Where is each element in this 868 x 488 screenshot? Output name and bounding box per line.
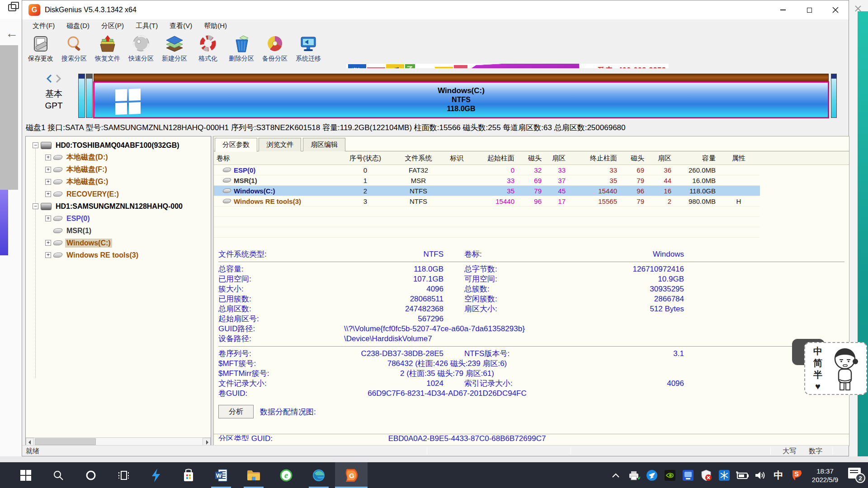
tree-horizontal-scrollbar[interactable] bbox=[26, 437, 211, 446]
cortana-button[interactable] bbox=[75, 462, 107, 488]
microsoft-store-button[interactable] bbox=[172, 462, 205, 488]
partition-block-esp[interactable] bbox=[78, 74, 85, 118]
tray-intel-graphics-icon[interactable] bbox=[679, 462, 697, 488]
column-header[interactable]: 终止柱面 bbox=[570, 151, 622, 164]
tray-ime-indicator[interactable]: 中 bbox=[769, 462, 788, 488]
delete-partition-button[interactable]: 删除分区 bbox=[225, 32, 258, 67]
search-button[interactable] bbox=[42, 462, 75, 488]
diskgenius-taskbar-button[interactable]: G bbox=[335, 462, 368, 488]
tree-item[interactable]: +本地磁盘(G:) bbox=[26, 176, 211, 188]
partition-block-windows-c[interactable]: Windows(C:) NTFS 118.0GB bbox=[94, 82, 829, 118]
word-button[interactable]: W bbox=[205, 462, 237, 488]
tree-item[interactable]: MSR(1) bbox=[26, 225, 211, 237]
detail-value: 118.0GB bbox=[302, 264, 443, 274]
volume-icon bbox=[222, 178, 231, 183]
tray-snowflake-icon[interactable] bbox=[715, 462, 733, 488]
maximize-button[interactable] bbox=[796, 0, 822, 19]
tray-printer-icon[interactable]: ✓ bbox=[625, 462, 643, 488]
column-header[interactable]: 扇区 bbox=[649, 151, 676, 164]
tray-battery-icon[interactable] bbox=[733, 462, 751, 488]
file-explorer-button[interactable] bbox=[237, 462, 270, 488]
expand-icon[interactable]: + bbox=[45, 179, 51, 185]
tree-item[interactable]: +Windows(C:) bbox=[26, 237, 211, 249]
save-changes-button[interactable]: 保存更改 bbox=[24, 32, 57, 67]
format-button[interactable]: 格式化 bbox=[191, 32, 225, 67]
edge-button[interactable] bbox=[302, 462, 335, 488]
column-header[interactable]: 标识 bbox=[442, 151, 472, 164]
tree-item[interactable]: +RECOVERY(E:) bbox=[26, 188, 211, 200]
tray-chevron-up-icon[interactable] bbox=[607, 462, 625, 488]
start-button[interactable] bbox=[9, 462, 42, 488]
toolbar-label: 系统迁移 bbox=[296, 55, 321, 63]
table-row[interactable]: Windows RE tools(3)3NTFS1544096171556579… bbox=[214, 196, 760, 206]
column-header[interactable]: 扇区 bbox=[546, 151, 570, 164]
expand-icon[interactable]: + bbox=[45, 167, 51, 173]
collapse-icon[interactable]: − bbox=[33, 203, 38, 209]
tree-item[interactable]: +本地磁盘(D:) bbox=[26, 151, 211, 164]
back-arrow-icon[interactable]: ← bbox=[5, 26, 18, 41]
background-close-icon[interactable] bbox=[852, 2, 865, 15]
recover-files-button[interactable]: 恢复文件 bbox=[91, 32, 124, 67]
column-header[interactable]: 磁头 bbox=[622, 151, 649, 164]
search-partition-button[interactable]: 搜索分区 bbox=[57, 32, 91, 67]
column-header[interactable]: 文件系统 bbox=[395, 151, 442, 164]
tab-sector-edit[interactable]: 扇区编辑 bbox=[303, 138, 345, 151]
minimize-button[interactable] bbox=[770, 0, 796, 19]
tree-item[interactable]: −HD0:TOSHIBAMQ04ABF100(932GB) bbox=[26, 139, 211, 151]
column-header[interactable]: 起始柱面 bbox=[472, 151, 519, 164]
restore-window-icon[interactable] bbox=[8, 4, 16, 11]
menu-item[interactable]: 文件(F) bbox=[27, 19, 61, 32]
tray-sogou-icon[interactable]: S bbox=[788, 462, 806, 488]
system-migrate-button[interactable]: 系统迁移 bbox=[292, 32, 325, 67]
column-header[interactable]: 容量 bbox=[676, 151, 721, 164]
quick-partition-button[interactable]: 快速分区 bbox=[124, 32, 158, 67]
tray-dingtalk-icon[interactable] bbox=[643, 462, 661, 488]
expand-icon[interactable]: + bbox=[45, 155, 51, 160]
tray-nvidia-icon[interactable] bbox=[661, 462, 679, 488]
tab-partition-params[interactable]: 分区参数 bbox=[215, 138, 257, 152]
volume-name-cell: Windows RE tools(3) bbox=[214, 196, 336, 206]
new-partition-button[interactable]: 新建分区 bbox=[158, 32, 191, 67]
tree-item[interactable]: +ESP(0) bbox=[26, 212, 211, 225]
tree-item[interactable]: +Windows RE tools(3) bbox=[26, 249, 211, 261]
table-row[interactable]: MSR(1)1MSR33693735794416.0MB bbox=[214, 175, 760, 186]
status-num: 数字 bbox=[809, 446, 822, 456]
menu-item[interactable]: 帮助(H) bbox=[198, 19, 233, 32]
taskbar-clock[interactable]: 18:37 2022/5/9 bbox=[806, 467, 844, 484]
column-header[interactable]: 序号(状态) bbox=[336, 151, 395, 164]
column-header[interactable]: 磁头 bbox=[519, 151, 546, 164]
scroll-left-icon[interactable] bbox=[26, 438, 34, 446]
internet-explorer-button[interactable]: e bbox=[270, 462, 302, 488]
tray-security-shield-icon[interactable] bbox=[697, 462, 715, 488]
expand-icon[interactable]: + bbox=[45, 240, 51, 246]
expand-icon[interactable]: + bbox=[45, 216, 51, 221]
flash-app-icon[interactable] bbox=[140, 462, 172, 488]
column-header[interactable]: 属性 bbox=[721, 151, 756, 164]
menu-item[interactable]: 磁盘(D) bbox=[61, 19, 95, 32]
backup-partition-button[interactable]: 备份分区 bbox=[258, 32, 292, 67]
collapse-icon[interactable]: − bbox=[33, 142, 38, 148]
menu-item[interactable]: 分区(P) bbox=[95, 19, 130, 32]
tab-browse-files[interactable]: 浏览文件 bbox=[259, 138, 301, 151]
expand-icon[interactable]: + bbox=[45, 191, 51, 197]
disk-nav-arrows[interactable] bbox=[40, 74, 67, 84]
table-row[interactable]: ESP(0)0FAT3203233336936260.0MB bbox=[214, 165, 760, 175]
partition-type-guid-value: EBD0A0A2-B9E5-4433-87C0-68B6B72699C7 bbox=[300, 434, 634, 441]
expand-icon[interactable]: + bbox=[45, 252, 51, 258]
close-button[interactable] bbox=[822, 0, 849, 19]
tree-item[interactable]: +本地磁盘(F:) bbox=[26, 164, 211, 176]
tray-speaker-icon[interactable] bbox=[751, 462, 769, 488]
task-view-button[interactable] bbox=[107, 462, 140, 488]
partition-block-end[interactable] bbox=[831, 74, 837, 118]
scroll-right-icon[interactable] bbox=[203, 438, 211, 446]
tree-item[interactable]: −HD1:SAMSUNGMZNLN128HAHQ-000 bbox=[26, 200, 211, 212]
analyze-button[interactable]: 分析 bbox=[218, 405, 254, 418]
notification-center-button[interactable]: 2 bbox=[844, 462, 868, 488]
column-header[interactable]: 卷标 bbox=[214, 151, 336, 164]
menu-item[interactable]: 工具(T) bbox=[130, 19, 164, 32]
table-row[interactable]: Windows(C:)2NTFS357945154409616118.0GB bbox=[214, 186, 760, 196]
sogou-ime-widget[interactable]: 中简半♥ bbox=[804, 342, 867, 395]
partition-block-msr[interactable] bbox=[86, 74, 93, 118]
menu-item[interactable]: 查看(V) bbox=[164, 19, 198, 32]
scrollbar-thumb[interactable] bbox=[35, 438, 96, 445]
